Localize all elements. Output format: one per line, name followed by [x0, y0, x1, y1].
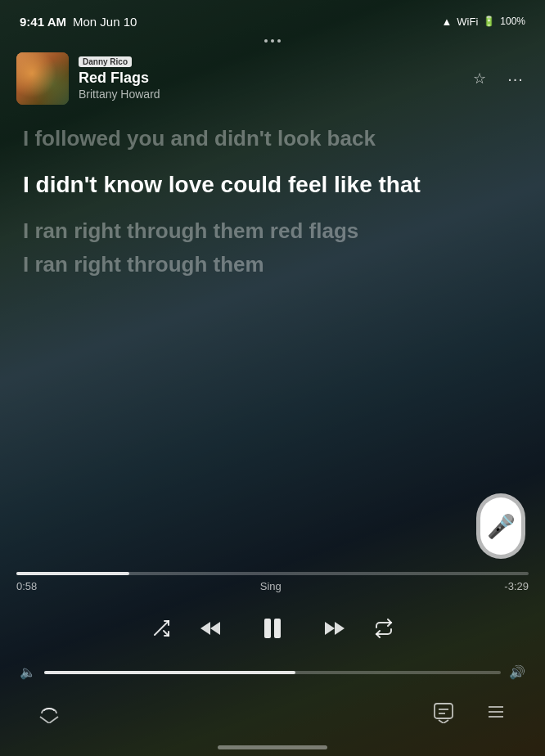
battery-icon: 🔋	[483, 16, 495, 27]
svg-rect-5	[274, 619, 281, 638]
volume-low-icon: 🔈	[20, 664, 36, 680]
forward-button[interactable]	[322, 615, 348, 641]
user-badge: Danny Rico	[79, 56, 132, 67]
lyric-future-2: I ran right through them	[23, 250, 522, 279]
track-title: Red Flags	[79, 70, 160, 88]
karaoke-button[interactable]: 🎤	[476, 493, 525, 559]
progress-bar[interactable]	[16, 572, 529, 575]
track-artist: Brittany Howard	[79, 88, 160, 101]
album-art[interactable]	[16, 52, 69, 105]
home-indicator	[0, 745, 545, 756]
lyric-active-part2: could feel like that	[221, 172, 421, 197]
svg-rect-8	[435, 704, 453, 718]
airplay-button[interactable]	[33, 696, 65, 729]
svg-marker-3	[210, 622, 220, 635]
time-elapsed: 0:58	[16, 580, 37, 592]
volume-bar[interactable]	[44, 671, 501, 674]
svg-marker-2	[200, 622, 210, 635]
home-pill	[218, 745, 327, 749]
progress-fill	[16, 572, 129, 575]
volume-fill	[44, 671, 295, 674]
svg-marker-7	[335, 622, 345, 635]
lyric-active-block: I didn't know love could feel like that	[23, 169, 522, 200]
header-actions: ☆ ···	[466, 65, 529, 92]
svg-rect-4	[264, 619, 271, 638]
star-button[interactable]: ☆	[466, 65, 493, 92]
progress-times: 0:58 Sing -3:29	[16, 580, 529, 592]
status-time: 9:41 AM	[20, 15, 66, 29]
lyric-previous: I followed you and didn't look back	[23, 124, 522, 153]
bottom-bar	[0, 690, 545, 745]
queue-button[interactable]	[480, 696, 512, 729]
volume-high-icon: 🔊	[509, 664, 525, 680]
lyrics-area: I followed you and didn't look back I di…	[0, 111, 545, 572]
top-menu	[0, 36, 545, 46]
lyric-active: I didn't know love could feel like that	[23, 169, 522, 200]
more-button[interactable]: ···	[502, 65, 529, 92]
time-remaining: -3:29	[504, 580, 529, 592]
track-text: Danny Rico Red Flags Brittany Howard	[79, 56, 160, 101]
pause-button[interactable]	[250, 605, 295, 651]
track-user: Danny Rico	[79, 56, 160, 67]
sing-label: Sing	[260, 580, 282, 592]
rewind-button[interactable]	[197, 615, 223, 641]
drag-handle[interactable]	[264, 39, 281, 43]
now-playing-header: Danny Rico Red Flags Brittany Howard ☆ ·…	[0, 46, 545, 111]
shuffle-button[interactable]	[151, 619, 171, 638]
repeat-button[interactable]	[374, 619, 394, 638]
microphone-icon: 🎤	[487, 513, 516, 540]
wifi-icon: ▲	[441, 16, 452, 28]
status-bar: 9:41 AM Mon Jun 10 ▲ WiFi 🔋 100%	[0, 0, 545, 36]
progress-section: 0:58 Sing -3:29	[0, 572, 545, 596]
wifi-strength: WiFi	[457, 16, 478, 28]
lyric-future-1: I ran right through them red flags	[23, 217, 522, 245]
svg-marker-6	[325, 622, 335, 635]
track-info: Danny Rico Red Flags Brittany Howard	[16, 52, 160, 105]
status-icons: ▲ WiFi 🔋 100%	[441, 16, 525, 28]
lyric-active-part1: I didn't know love	[23, 172, 221, 197]
battery-level: 100%	[500, 16, 525, 27]
lyrics-button[interactable]	[427, 696, 460, 729]
status-date: Mon Jun 10	[73, 15, 137, 29]
transport-controls	[0, 596, 545, 661]
volume-section: 🔈 🔊	[0, 661, 545, 690]
